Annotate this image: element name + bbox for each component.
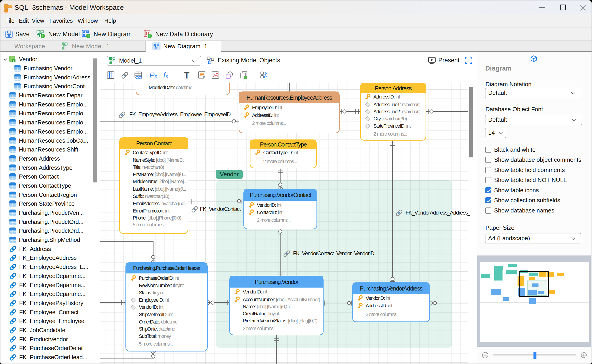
svg-text:L: L (245, 76, 246, 79)
